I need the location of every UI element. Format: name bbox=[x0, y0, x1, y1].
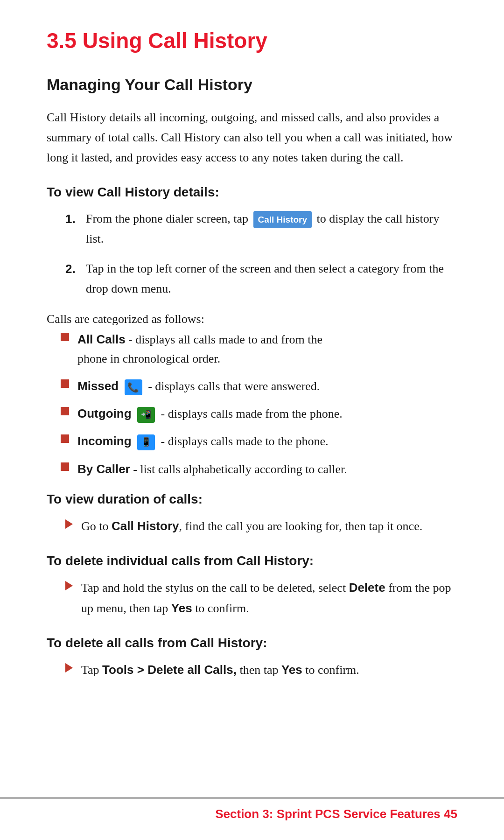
duration-list: Go to Call History, find the call you ar… bbox=[65, 516, 457, 537]
category-incoming-text: Incoming - displays calls made to the ph… bbox=[77, 432, 328, 451]
intro-paragraph: Call History details all incoming, outgo… bbox=[47, 108, 457, 168]
bullet-icon-by-caller bbox=[61, 462, 69, 471]
yes-bold: Yes bbox=[171, 601, 192, 615]
category-missed-text: Missed - displays calls that were answer… bbox=[77, 377, 320, 396]
step-1-number: 1. bbox=[65, 209, 78, 229]
term-missed: Missed bbox=[77, 379, 119, 393]
duration-arrow-item: Go to Call History, find the call you ar… bbox=[65, 516, 457, 537]
delete-all-heading: To delete all calls from Call History: bbox=[47, 636, 457, 651]
call-history-button-icon: Call History bbox=[253, 211, 312, 228]
step-2-number: 2. bbox=[65, 259, 78, 279]
missed-desc: - displays calls that were answered. bbox=[148, 379, 320, 393]
all-calls-sub: phone in chronological order. bbox=[77, 352, 220, 365]
step-2: 2. Tap in the top left corner of the scr… bbox=[65, 259, 457, 299]
bullet-icon-outgoing bbox=[61, 407, 69, 415]
category-by-caller: By Caller - list calls alphabetically ac… bbox=[61, 460, 457, 479]
delete-individual-list: Tap and hold the stylus on the call to b… bbox=[65, 578, 457, 619]
yes-bold-2: Yes bbox=[281, 663, 302, 677]
outgoing-icon bbox=[137, 407, 155, 423]
bullet-icon-incoming bbox=[61, 434, 69, 443]
category-outgoing-text: Outgoing - displays calls made from the … bbox=[77, 404, 343, 423]
page-footer: Section 3: Sprint PCS Service Features 4… bbox=[0, 798, 504, 821]
delete-individual-heading: To delete individual calls from Call His… bbox=[47, 553, 457, 568]
missed-icon bbox=[125, 379, 142, 395]
arrow-icon-delete bbox=[65, 581, 73, 590]
category-all-calls: All Calls - displays all calls made to a… bbox=[61, 330, 457, 368]
all-calls-desc: - displays all calls made to and from th… bbox=[128, 333, 322, 346]
term-outgoing: Outgoing bbox=[77, 406, 132, 420]
subsection-title: Managing Your Call History bbox=[47, 76, 457, 94]
category-missed: Missed - displays calls that were answer… bbox=[61, 377, 457, 396]
term-by-caller: By Caller bbox=[77, 462, 130, 476]
delete-all-list: Tap Tools > Delete all Calls, then tap Y… bbox=[65, 660, 457, 680]
category-by-caller-text: By Caller - list calls alphabetically ac… bbox=[77, 460, 347, 479]
incoming-desc: - displays calls made to the phone. bbox=[161, 434, 329, 448]
category-incoming: Incoming - displays calls made to the ph… bbox=[61, 432, 457, 451]
categorized-text: Calls are categorized as follows: bbox=[47, 312, 457, 326]
delete-all-text: Tap Tools > Delete all Calls, then tap Y… bbox=[81, 660, 359, 680]
tools-bold: Tools > Delete all Calls, bbox=[102, 663, 237, 677]
incoming-icon bbox=[137, 434, 155, 450]
view-history-heading: To view Call History details: bbox=[47, 185, 457, 200]
delete-individual-arrow-item: Tap and hold the stylus on the call to b… bbox=[65, 578, 457, 619]
duration-heading: To view duration of calls: bbox=[47, 492, 457, 507]
steps-list: 1. From the phone dialer screen, tap Cal… bbox=[65, 209, 457, 300]
arrow-icon bbox=[65, 519, 73, 529]
bullet-icon bbox=[61, 333, 69, 341]
term-all-calls: All Calls bbox=[77, 332, 126, 346]
by-caller-desc: - list calls alphabetically according to… bbox=[133, 462, 347, 476]
category-outgoing: Outgoing - displays calls made from the … bbox=[61, 404, 457, 423]
categories-list: All Calls - displays all calls made to a… bbox=[61, 330, 457, 479]
duration-text: Go to Call History, find the call you ar… bbox=[81, 516, 422, 537]
delete-individual-text: Tap and hold the stylus on the call to b… bbox=[81, 578, 457, 619]
step-2-text: Tap in the top left corner of the screen… bbox=[86, 259, 457, 299]
bullet-icon-missed bbox=[61, 379, 69, 388]
step-1: 1. From the phone dialer screen, tap Cal… bbox=[65, 209, 457, 249]
footer-text: Section 3: Sprint PCS Service Features 4… bbox=[215, 807, 457, 821]
category-all-calls-text: All Calls - displays all calls made to a… bbox=[77, 330, 322, 368]
delete-bold: Delete bbox=[349, 581, 385, 595]
delete-all-arrow-item: Tap Tools > Delete all Calls, then tap Y… bbox=[65, 660, 457, 680]
arrow-icon-delete-all bbox=[65, 663, 73, 672]
call-history-bold: Call History bbox=[112, 519, 179, 533]
outgoing-desc: - displays calls made from the phone. bbox=[161, 407, 343, 420]
section-title: 3.5 Using Call History bbox=[47, 28, 457, 53]
step-1-text: From the phone dialer screen, tap Call H… bbox=[86, 209, 457, 249]
term-incoming: Incoming bbox=[77, 434, 132, 448]
